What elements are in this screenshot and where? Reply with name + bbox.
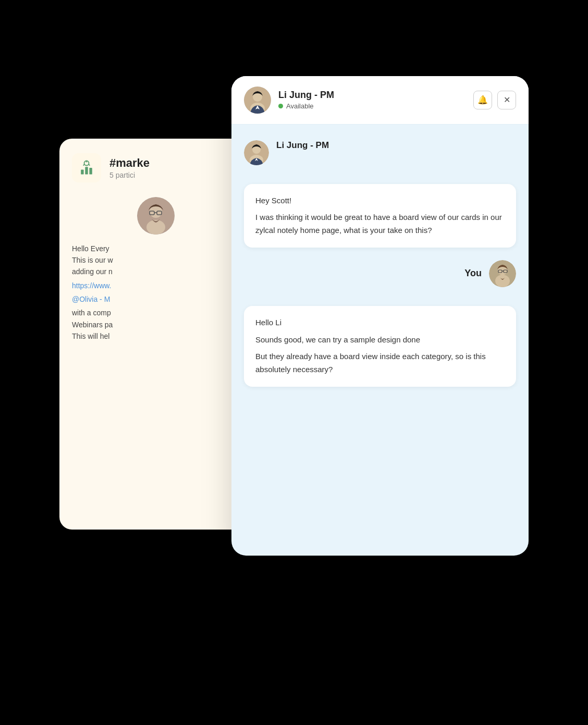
msg-line-2: I was thinking it would be great to have… bbox=[255, 211, 505, 237]
dm-user-info: Li Jung - PM Available bbox=[278, 90, 466, 110]
channel-line-1: Hello Every bbox=[72, 243, 240, 254]
svg-point-18 bbox=[495, 275, 510, 287]
dm-status-text: Available bbox=[286, 102, 314, 110]
you-label: You bbox=[464, 268, 482, 279]
close-button[interactable]: ✕ bbox=[497, 91, 516, 109]
channel-body: Hello Every This is our w adding our n h… bbox=[72, 243, 240, 342]
chart-icon bbox=[77, 158, 96, 177]
scene: #marke 5 partici Hello Every bbox=[59, 76, 529, 649]
channel-line-6: This will hel bbox=[72, 330, 240, 342]
reply-line-3: But they already have a board view insid… bbox=[255, 350, 505, 376]
channel-line-3: adding our n bbox=[72, 266, 240, 277]
channel-name: #marke bbox=[109, 156, 150, 170]
sender-row: Li Jung - PM bbox=[244, 140, 516, 165]
bell-button[interactable]: 🔔 bbox=[473, 91, 492, 109]
channel-card: #marke 5 partici Hello Every bbox=[59, 139, 252, 530]
you-avatar-svg bbox=[489, 260, 516, 287]
channel-link[interactable]: https://www. bbox=[72, 280, 240, 291]
channel-line-2: This is our w bbox=[72, 254, 240, 266]
svg-rect-3 bbox=[89, 168, 92, 175]
channel-line-5: Webinars pa bbox=[72, 319, 240, 330]
channel-line-4: with a comp bbox=[72, 307, 240, 318]
li-jung-avatar-svg bbox=[244, 87, 271, 114]
channel-mention: @Olivia - M bbox=[72, 293, 240, 305]
dm-header-actions: 🔔 ✕ bbox=[473, 91, 516, 109]
dm-body: Li Jung - PM Hey Scott! I was thinking i… bbox=[231, 125, 529, 402]
li-jung-message-bubble: Hey Scott! I was thinking it would be gr… bbox=[244, 184, 516, 248]
channel-icon-container bbox=[72, 153, 101, 182]
dm-user-name: Li Jung - PM bbox=[278, 90, 466, 101]
channel-info: #marke 5 partici bbox=[109, 156, 150, 179]
reply-line-1: Hello Li bbox=[255, 316, 505, 329]
channel-avatar-svg bbox=[137, 197, 175, 235]
svg-rect-2 bbox=[85, 167, 88, 174]
sender-avatar-svg bbox=[244, 140, 269, 165]
sender-name: Li Jung - PM bbox=[276, 140, 329, 151]
dm-status: Available bbox=[278, 102, 466, 110]
msg-line-1: Hey Scott! bbox=[255, 194, 505, 207]
sender-avatar bbox=[244, 140, 269, 165]
dm-card: Li Jung - PM Available 🔔 ✕ bbox=[231, 76, 529, 556]
dm-header: Li Jung - PM Available 🔔 ✕ bbox=[231, 76, 529, 125]
reply-line-2: Sounds good, we can try a sample design … bbox=[255, 334, 505, 347]
you-message-bubble: Hello Li Sounds good, we can try a sampl… bbox=[244, 306, 516, 387]
you-avatar bbox=[489, 260, 516, 287]
svg-rect-1 bbox=[81, 169, 83, 174]
status-dot bbox=[278, 104, 283, 108]
channel-participants: 5 partici bbox=[109, 171, 150, 179]
you-row: You bbox=[244, 260, 516, 287]
dm-contact-avatar bbox=[244, 87, 271, 114]
channel-user-avatar bbox=[137, 197, 175, 235]
channel-header: #marke 5 partici bbox=[72, 153, 240, 182]
